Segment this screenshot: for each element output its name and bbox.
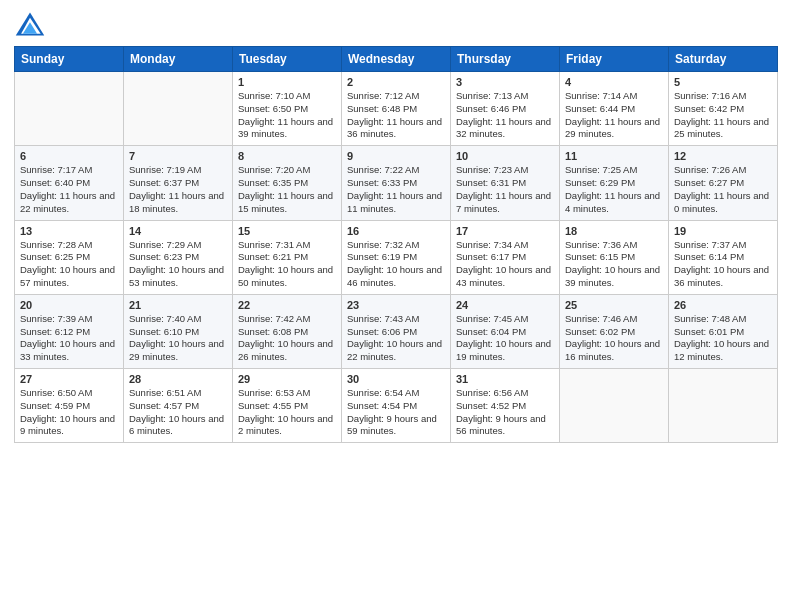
week-row-4: 20Sunrise: 7:39 AM Sunset: 6:12 PM Dayli… xyxy=(15,294,778,368)
day-number: 21 xyxy=(129,299,227,311)
day-info: Sunrise: 7:16 AM Sunset: 6:42 PM Dayligh… xyxy=(674,90,772,141)
day-info: Sunrise: 7:12 AM Sunset: 6:48 PM Dayligh… xyxy=(347,90,445,141)
day-info: Sunrise: 7:39 AM Sunset: 6:12 PM Dayligh… xyxy=(20,313,118,364)
day-cell: 14Sunrise: 7:29 AM Sunset: 6:23 PM Dayli… xyxy=(124,220,233,294)
day-info: Sunrise: 7:28 AM Sunset: 6:25 PM Dayligh… xyxy=(20,239,118,290)
day-number: 13 xyxy=(20,225,118,237)
day-number: 10 xyxy=(456,150,554,162)
day-cell: 30Sunrise: 6:54 AM Sunset: 4:54 PM Dayli… xyxy=(342,369,451,443)
weekday-header-monday: Monday xyxy=(124,47,233,72)
day-number: 1 xyxy=(238,76,336,88)
day-info: Sunrise: 6:53 AM Sunset: 4:55 PM Dayligh… xyxy=(238,387,336,438)
day-cell: 26Sunrise: 7:48 AM Sunset: 6:01 PM Dayli… xyxy=(669,294,778,368)
day-info: Sunrise: 7:29 AM Sunset: 6:23 PM Dayligh… xyxy=(129,239,227,290)
day-cell: 29Sunrise: 6:53 AM Sunset: 4:55 PM Dayli… xyxy=(233,369,342,443)
day-info: Sunrise: 7:19 AM Sunset: 6:37 PM Dayligh… xyxy=(129,164,227,215)
day-number: 29 xyxy=(238,373,336,385)
day-info: Sunrise: 7:46 AM Sunset: 6:02 PM Dayligh… xyxy=(565,313,663,364)
day-number: 31 xyxy=(456,373,554,385)
day-cell: 13Sunrise: 7:28 AM Sunset: 6:25 PM Dayli… xyxy=(15,220,124,294)
day-cell: 3Sunrise: 7:13 AM Sunset: 6:46 PM Daylig… xyxy=(451,72,560,146)
day-info: Sunrise: 7:32 AM Sunset: 6:19 PM Dayligh… xyxy=(347,239,445,290)
day-number: 19 xyxy=(674,225,772,237)
weekday-header-friday: Friday xyxy=(560,47,669,72)
day-info: Sunrise: 7:42 AM Sunset: 6:08 PM Dayligh… xyxy=(238,313,336,364)
weekday-header-tuesday: Tuesday xyxy=(233,47,342,72)
day-cell: 18Sunrise: 7:36 AM Sunset: 6:15 PM Dayli… xyxy=(560,220,669,294)
day-number: 16 xyxy=(347,225,445,237)
day-cell: 24Sunrise: 7:45 AM Sunset: 6:04 PM Dayli… xyxy=(451,294,560,368)
day-cell: 2Sunrise: 7:12 AM Sunset: 6:48 PM Daylig… xyxy=(342,72,451,146)
day-number: 24 xyxy=(456,299,554,311)
day-cell: 21Sunrise: 7:40 AM Sunset: 6:10 PM Dayli… xyxy=(124,294,233,368)
day-cell: 31Sunrise: 6:56 AM Sunset: 4:52 PM Dayli… xyxy=(451,369,560,443)
day-cell: 10Sunrise: 7:23 AM Sunset: 6:31 PM Dayli… xyxy=(451,146,560,220)
header xyxy=(14,10,778,38)
day-info: Sunrise: 7:45 AM Sunset: 6:04 PM Dayligh… xyxy=(456,313,554,364)
day-cell: 5Sunrise: 7:16 AM Sunset: 6:42 PM Daylig… xyxy=(669,72,778,146)
day-number: 15 xyxy=(238,225,336,237)
day-cell: 6Sunrise: 7:17 AM Sunset: 6:40 PM Daylig… xyxy=(15,146,124,220)
week-row-2: 6Sunrise: 7:17 AM Sunset: 6:40 PM Daylig… xyxy=(15,146,778,220)
day-cell: 7Sunrise: 7:19 AM Sunset: 6:37 PM Daylig… xyxy=(124,146,233,220)
day-cell: 27Sunrise: 6:50 AM Sunset: 4:59 PM Dayli… xyxy=(15,369,124,443)
calendar: SundayMondayTuesdayWednesdayThursdayFrid… xyxy=(14,46,778,443)
day-cell xyxy=(124,72,233,146)
weekday-header-thursday: Thursday xyxy=(451,47,560,72)
day-cell: 28Sunrise: 6:51 AM Sunset: 4:57 PM Dayli… xyxy=(124,369,233,443)
day-info: Sunrise: 7:43 AM Sunset: 6:06 PM Dayligh… xyxy=(347,313,445,364)
day-number: 9 xyxy=(347,150,445,162)
day-number: 20 xyxy=(20,299,118,311)
day-cell: 12Sunrise: 7:26 AM Sunset: 6:27 PM Dayli… xyxy=(669,146,778,220)
day-cell: 19Sunrise: 7:37 AM Sunset: 6:14 PM Dayli… xyxy=(669,220,778,294)
day-number: 30 xyxy=(347,373,445,385)
day-number: 11 xyxy=(565,150,663,162)
day-cell: 22Sunrise: 7:42 AM Sunset: 6:08 PM Dayli… xyxy=(233,294,342,368)
logo-icon xyxy=(14,10,46,38)
day-number: 12 xyxy=(674,150,772,162)
day-info: Sunrise: 6:56 AM Sunset: 4:52 PM Dayligh… xyxy=(456,387,554,438)
day-number: 3 xyxy=(456,76,554,88)
day-info: Sunrise: 7:10 AM Sunset: 6:50 PM Dayligh… xyxy=(238,90,336,141)
weekday-header-wednesday: Wednesday xyxy=(342,47,451,72)
day-info: Sunrise: 7:34 AM Sunset: 6:17 PM Dayligh… xyxy=(456,239,554,290)
day-number: 26 xyxy=(674,299,772,311)
day-number: 18 xyxy=(565,225,663,237)
day-cell: 8Sunrise: 7:20 AM Sunset: 6:35 PM Daylig… xyxy=(233,146,342,220)
day-info: Sunrise: 7:36 AM Sunset: 6:15 PM Dayligh… xyxy=(565,239,663,290)
day-info: Sunrise: 7:26 AM Sunset: 6:27 PM Dayligh… xyxy=(674,164,772,215)
day-info: Sunrise: 7:25 AM Sunset: 6:29 PM Dayligh… xyxy=(565,164,663,215)
day-info: Sunrise: 7:14 AM Sunset: 6:44 PM Dayligh… xyxy=(565,90,663,141)
day-cell: 9Sunrise: 7:22 AM Sunset: 6:33 PM Daylig… xyxy=(342,146,451,220)
day-number: 22 xyxy=(238,299,336,311)
day-number: 4 xyxy=(565,76,663,88)
day-info: Sunrise: 6:50 AM Sunset: 4:59 PM Dayligh… xyxy=(20,387,118,438)
weekday-header-row: SundayMondayTuesdayWednesdayThursdayFrid… xyxy=(15,47,778,72)
day-number: 23 xyxy=(347,299,445,311)
day-cell: 16Sunrise: 7:32 AM Sunset: 6:19 PM Dayli… xyxy=(342,220,451,294)
day-number: 14 xyxy=(129,225,227,237)
day-number: 27 xyxy=(20,373,118,385)
day-info: Sunrise: 6:51 AM Sunset: 4:57 PM Dayligh… xyxy=(129,387,227,438)
day-cell: 20Sunrise: 7:39 AM Sunset: 6:12 PM Dayli… xyxy=(15,294,124,368)
weekday-header-sunday: Sunday xyxy=(15,47,124,72)
day-info: Sunrise: 6:54 AM Sunset: 4:54 PM Dayligh… xyxy=(347,387,445,438)
day-info: Sunrise: 7:13 AM Sunset: 6:46 PM Dayligh… xyxy=(456,90,554,141)
week-row-5: 27Sunrise: 6:50 AM Sunset: 4:59 PM Dayli… xyxy=(15,369,778,443)
day-cell: 23Sunrise: 7:43 AM Sunset: 6:06 PM Dayli… xyxy=(342,294,451,368)
page: SundayMondayTuesdayWednesdayThursdayFrid… xyxy=(0,0,792,612)
day-cell: 1Sunrise: 7:10 AM Sunset: 6:50 PM Daylig… xyxy=(233,72,342,146)
day-number: 17 xyxy=(456,225,554,237)
day-number: 6 xyxy=(20,150,118,162)
day-number: 2 xyxy=(347,76,445,88)
day-info: Sunrise: 7:31 AM Sunset: 6:21 PM Dayligh… xyxy=(238,239,336,290)
day-number: 5 xyxy=(674,76,772,88)
day-number: 7 xyxy=(129,150,227,162)
week-row-3: 13Sunrise: 7:28 AM Sunset: 6:25 PM Dayli… xyxy=(15,220,778,294)
day-cell xyxy=(669,369,778,443)
day-cell: 11Sunrise: 7:25 AM Sunset: 6:29 PM Dayli… xyxy=(560,146,669,220)
day-info: Sunrise: 7:40 AM Sunset: 6:10 PM Dayligh… xyxy=(129,313,227,364)
day-cell xyxy=(560,369,669,443)
day-cell: 25Sunrise: 7:46 AM Sunset: 6:02 PM Dayli… xyxy=(560,294,669,368)
day-info: Sunrise: 7:22 AM Sunset: 6:33 PM Dayligh… xyxy=(347,164,445,215)
